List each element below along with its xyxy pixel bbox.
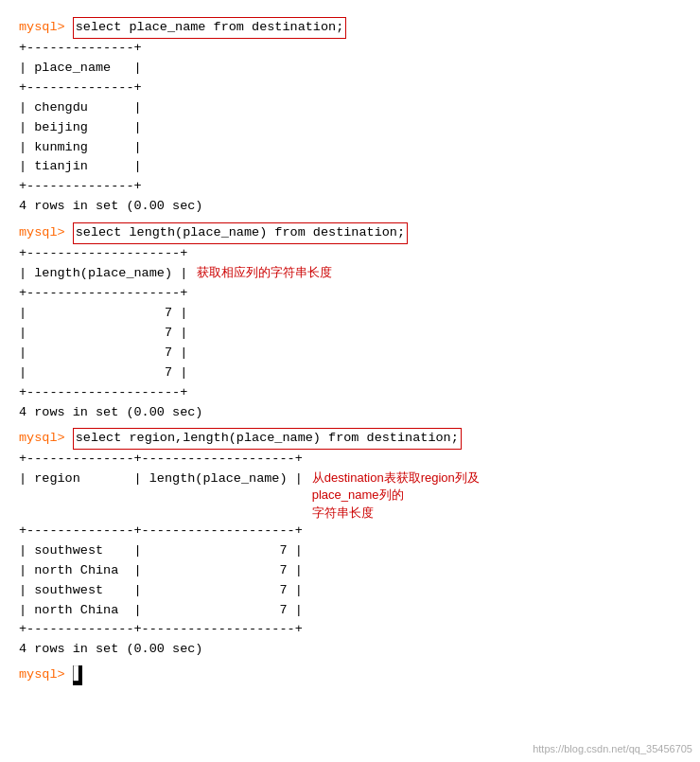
final-prompt-line: mysql> ▋ <box>19 665 681 685</box>
result3-header: | region | length(place_name) | <box>19 470 303 489</box>
result2-row-4: | 7 | <box>19 363 681 383</box>
result2-header: | length(place_name) | <box>19 264 187 284</box>
annotation-3-line1: 从destination表获取region列及place_name列的 <box>312 470 480 502</box>
result3-row-4: | north China | 7 | <box>19 601 681 621</box>
annotation-3: 从destination表获取region列及place_name列的 字符串长… <box>312 470 530 522</box>
mysql-prompt-2: mysql> <box>19 223 73 243</box>
result1-summary: 4 rows in set (0.00 sec) <box>19 197 681 217</box>
result2-row-1: | 7 | <box>19 304 681 324</box>
annotation-2: 获取相应列的字符串长度 <box>197 264 332 281</box>
result3-row-2: | north China | 7 | <box>19 561 681 581</box>
result3-row-1: | southwest | 7 | <box>19 541 681 561</box>
terminal: mysql> select place_name from destinatio… <box>13 9 687 693</box>
result1-border2: +--------------+ <box>19 79 681 98</box>
result1-row-2: | beijing | <box>19 118 681 138</box>
result2-row-3: | 7 | <box>19 344 681 363</box>
query-section-2: mysql> select length(place_name) from de… <box>19 222 681 422</box>
mysql-prompt-3: mysql> <box>19 429 73 449</box>
result3-summary: 4 rows in set (0.00 sec) <box>19 640 681 660</box>
cursor: ▋ <box>73 665 82 685</box>
query-line-1: mysql> select place_name from destinatio… <box>19 17 681 39</box>
result3-row-3: | southwest | 7 | <box>19 581 681 601</box>
query-line-2: mysql> select length(place_name) from de… <box>19 222 681 244</box>
mysql-prompt-1: mysql> <box>19 18 73 38</box>
query-command-2: select length(place_name) from destinati… <box>73 222 408 244</box>
query-command-1: select place_name from destination; <box>73 17 347 39</box>
result2-summary: 4 rows in set (0.00 sec) <box>19 403 681 423</box>
annotation-3-line2: 字符串长度 <box>312 505 374 520</box>
mysql-prompt-final: mysql> <box>19 665 73 685</box>
result3-border3: +--------------+--------------------+ <box>19 620 681 640</box>
result3-border1: +--------------+--------------------+ <box>19 450 681 470</box>
result1-row-4: | tianjin | <box>19 157 681 177</box>
result2-border3: +--------------------+ <box>19 383 681 403</box>
query-section-1: mysql> select place_name from destinatio… <box>19 17 681 217</box>
result2-border2: +--------------------+ <box>19 284 681 304</box>
result1-row-3: | kunming | <box>19 138 681 158</box>
result1-border1: +--------------+ <box>19 39 681 59</box>
result3-header-row: | region | length(place_name) | 从destina… <box>19 470 681 522</box>
result2-header-row: | length(place_name) | 获取相应列的字符串长度 <box>19 264 681 284</box>
result1-border3: +--------------+ <box>19 177 681 197</box>
watermark: https://blog.csdn.net/qq_35456705 <box>533 743 692 754</box>
result1-header: | place_name | <box>19 59 681 79</box>
result3-border2: +--------------+--------------------+ <box>19 522 681 541</box>
result2-border1: +--------------------+ <box>19 244 681 264</box>
query-command-3: select region,length(place_name) from de… <box>73 428 462 450</box>
result1-row-1: | chengdu | <box>19 98 681 118</box>
query-section-3: mysql> select region,length(place_name) … <box>19 428 681 660</box>
query-line-3: mysql> select region,length(place_name) … <box>19 428 681 450</box>
result2-row-2: | 7 | <box>19 324 681 344</box>
